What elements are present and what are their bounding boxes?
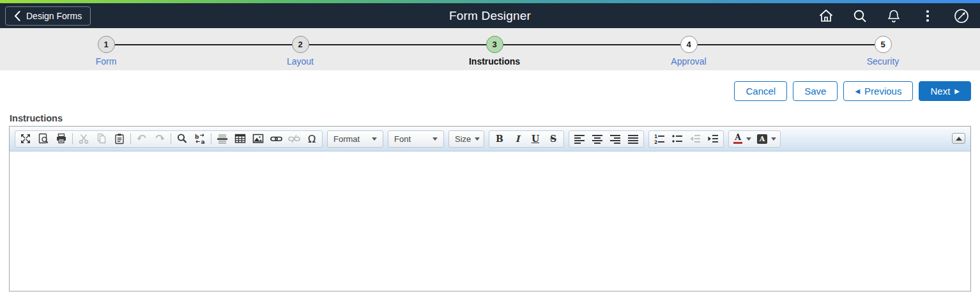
next-arrow-icon: ▶ [954,88,960,95]
format-dropdown[interactable]: Format [327,130,383,148]
horizontal-line-icon[interactable] [213,131,231,146]
unlink-icon[interactable] [285,131,303,146]
step-layout[interactable]: 2 Layout [203,28,397,70]
svg-text:b: b [195,134,199,140]
replace-icon[interactable]: ba [191,131,209,146]
previous-button[interactable]: ◀ Previous [843,81,913,101]
link-icon[interactable] [267,131,285,146]
step-label: Layout [287,56,314,66]
save-label: Save [804,86,826,97]
toolbar-separator [211,133,211,144]
step-form[interactable]: 1 Form [9,28,203,70]
font-dropdown[interactable]: Font [388,130,444,148]
notifications-icon[interactable] [885,8,902,24]
decrease-indent-icon[interactable] [686,131,704,146]
toolbar-align-group [569,130,644,148]
next-button[interactable]: Next ▶ [919,81,971,101]
table-icon[interactable] [231,131,249,146]
cut-icon[interactable] [75,131,93,146]
action-button-row: Cancel Save ◀ Previous Next ▶ [0,81,971,101]
toolbar-main-group: ba Ω [15,130,323,148]
chevron-down-icon [746,137,751,141]
step-circle: 2 [292,36,309,53]
collapse-arrow-icon [956,137,962,141]
toolbar-list-group: 12 [648,130,724,148]
size-dropdown-label: Size [455,134,471,144]
step-label: Approval [671,56,706,66]
special-character-icon[interactable]: Ω [303,131,321,146]
editor-content-area[interactable] [10,152,970,291]
image-icon[interactable] [249,131,267,146]
wizard-stepper: 1 Form 2 Layout 3 Instructions 4 Approva… [0,28,980,70]
align-left-icon[interactable] [570,131,588,146]
page-title: Form Designer [449,9,531,23]
step-approval[interactable]: 4 Approval [592,28,786,70]
find-icon[interactable] [173,131,191,146]
format-dropdown-label: Format [333,134,360,144]
text-color-swatch [733,142,742,144]
preview-icon[interactable] [34,131,52,146]
size-dropdown[interactable]: Size [448,130,484,148]
align-center-icon[interactable] [588,131,606,146]
back-chevron-icon [14,11,20,21]
svg-text:1: 1 [654,134,657,139]
cancel-button[interactable]: Cancel [734,81,787,101]
previous-label: Previous [864,86,901,97]
svg-text:a: a [201,139,205,145]
numbered-list-icon[interactable]: 12 [650,131,668,146]
navbar-compass-icon[interactable] [953,8,970,24]
search-icon[interactable] [852,8,868,24]
step-circle: 1 [98,36,115,53]
align-justify-icon[interactable] [624,131,642,146]
print-icon[interactable] [52,131,70,146]
bulleted-list-icon[interactable] [668,131,686,146]
save-button[interactable]: Save [793,81,838,101]
svg-text:2: 2 [654,139,657,144]
step-security[interactable]: 5 Security [786,28,980,70]
toolbar-separator [72,133,73,144]
increase-indent-icon[interactable] [704,131,722,146]
back-button-label: Design Forms [26,11,82,21]
underline-icon[interactable]: U [526,131,544,146]
step-label: Instructions [469,56,520,66]
more-options-icon[interactable] [919,8,936,24]
instructions-section-label: Instructions [10,113,980,123]
collapse-toolbar-button[interactable] [952,133,965,144]
step-circle: 4 [680,36,698,53]
chevron-down-icon [771,137,776,141]
toolbar-basicstyles-group: B I U S [489,130,564,148]
strikethrough-icon[interactable]: S [544,131,562,146]
maximize-icon[interactable] [17,131,34,146]
omega-glyph: Ω [308,133,316,145]
header-bar: Design Forms Form Designer [0,3,980,28]
home-icon[interactable] [818,8,834,24]
step-circle: 3 [486,36,503,53]
step-circle: 5 [875,36,892,53]
header-icon-group [818,8,980,24]
toolbar-separator [130,133,131,144]
step-instructions[interactable]: 3 Instructions [397,28,592,70]
bold-icon[interactable]: B [491,131,509,146]
redo-icon[interactable] [151,131,169,146]
toolbar-separator [171,133,171,144]
font-dropdown-label: Font [394,134,411,144]
next-label: Next [930,86,950,97]
editor-toolbar: ba Ω Format [10,127,970,152]
copy-icon[interactable] [93,131,111,146]
rich-text-editor: ba Ω Format [9,126,971,291]
step-label: Form [96,56,117,66]
undo-icon[interactable] [133,131,151,146]
back-button[interactable]: Design Forms [5,6,91,26]
chevron-down-icon [475,137,480,141]
step-label: Security [867,56,900,66]
chevron-down-icon [372,137,377,141]
toolbar-color-group: A A [728,130,781,148]
italic-icon[interactable]: I [509,131,526,146]
chevron-down-icon [433,137,438,141]
cancel-label: Cancel [746,86,776,97]
previous-arrow-icon: ◀ [855,88,860,95]
background-color-icon[interactable]: A [754,131,779,146]
text-color-icon[interactable]: A [730,131,754,146]
paste-icon[interactable] [111,131,128,146]
align-right-icon[interactable] [606,131,624,146]
